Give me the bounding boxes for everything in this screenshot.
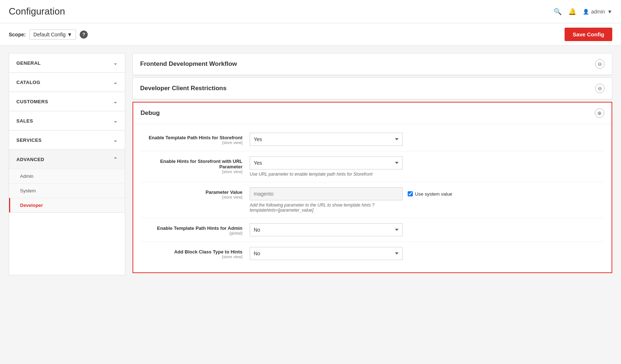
form-control-row: Yes No [250, 133, 604, 146]
chevron-down-icon: ⌄ [113, 99, 118, 104]
sidebar-item-sales-label: SALES [16, 118, 33, 124]
scope-dropdown[interactable]: Default Config ▼ [29, 29, 76, 40]
section-developer-client-title: Developer Client Restrictions [140, 85, 226, 92]
sidebar-item-services-header[interactable]: SERVICES ⌄ [9, 131, 125, 149]
form-control-col: Yes No [250, 133, 604, 146]
parameter-value-input[interactable] [250, 187, 403, 200]
user-icon: 👤 [583, 9, 589, 15]
form-label-col: Enable Template Path Hints for Admin [gl… [141, 223, 250, 235]
hints-url-select[interactable]: Yes No [250, 156, 403, 169]
section-developer-client-header[interactable]: Developer Client Restrictions ⊖ [133, 78, 612, 99]
chevron-down-icon: ⌄ [113, 137, 118, 143]
header-icons: 🔍 🔔 👤 admin ▼ [554, 8, 612, 16]
section-debug-title: Debug [141, 109, 160, 117]
scope-bar: Scope: Default Config ▼ ? Save Config [0, 23, 621, 46]
sidebar-item-customers[interactable]: CUSTOMERS ⌄ [9, 92, 125, 111]
section-debug: Debug ⊕ Enable Template Path Hints for S… [132, 102, 612, 273]
sidebar-item-general-label: GENERAL [16, 60, 41, 66]
form-row-hints-url: Enable Hints for Storefront with URL Par… [141, 151, 604, 182]
form-control-row: No Yes [250, 223, 604, 236]
field-label: Parameter Value [141, 189, 242, 195]
chevron-down-icon: ▼ [67, 32, 72, 37]
chevron-up-icon: ⌃ [113, 156, 118, 162]
field-label: Enable Template Path Hints for Storefron… [141, 135, 242, 140]
field-label: Add Block Class Type to Hints [141, 249, 242, 255]
save-config-button[interactable]: Save Config [565, 28, 612, 41]
section-debug-header[interactable]: Debug ⊕ [133, 103, 612, 124]
search-icon[interactable]: 🔍 [554, 8, 562, 16]
sidebar-item-services-label: SERVICES [16, 137, 42, 143]
sidebar-subitem-developer-label: Developer [20, 203, 43, 208]
field-sub-label: [store view] [141, 169, 242, 174]
sidebar-item-general[interactable]: GENERAL ⌄ [9, 53, 125, 73]
form-control-row: No Yes [250, 247, 604, 260]
field-hint: Use URL parameter to enable template pat… [250, 172, 604, 177]
form-label-col: Parameter Value [store view] [141, 187, 250, 199]
sidebar-item-sales-header[interactable]: SALES ⌄ [9, 111, 125, 130]
form-row-template-hints-admin: Enable Template Path Hints for Admin [gl… [141, 218, 604, 242]
admin-menu[interactable]: 👤 admin ▼ [583, 9, 612, 15]
sidebar-subitem-system-label: System [20, 188, 36, 193]
scope-value: Default Config [33, 32, 66, 37]
use-system-value-checkbox-label[interactable]: Use system value [408, 191, 452, 197]
sidebar-item-customers-label: CUSTOMERS [16, 99, 48, 104]
top-header: Configuration 🔍 🔔 👤 admin ▼ [0, 0, 621, 23]
section-frontend-workflow-header[interactable]: Frontend Development Workflow ⊖ [133, 53, 612, 75]
sidebar-subitem-admin-label: Admin [20, 173, 33, 179]
section-toggle-icon[interactable]: ⊖ [595, 59, 605, 69]
block-class-type-select[interactable]: No Yes [250, 247, 403, 260]
section-frontend-workflow-title: Frontend Development Workflow [140, 60, 237, 68]
form-label-col: Add Block Class Type to Hints [store vie… [141, 247, 250, 259]
form-label-col: Enable Hints for Storefront with URL Par… [141, 156, 250, 174]
use-system-value-label: Use system value [415, 191, 452, 197]
sidebar-item-catalog-label: CATALOG [16, 80, 40, 85]
chevron-down-icon: ▼ [607, 9, 612, 15]
sidebar-item-advanced-header[interactable]: ADVANCED ⌃ [9, 150, 125, 169]
field-sub-label: [store view] [141, 255, 242, 259]
chevron-down-icon: ⌄ [113, 79, 118, 85]
form-control-col: No Yes [250, 247, 604, 260]
sidebar-advanced-submenu: Admin System Developer [9, 169, 125, 212]
sidebar-item-advanced[interactable]: ADVANCED ⌃ Admin System Developer [9, 150, 125, 213]
help-icon[interactable]: ? [80, 31, 88, 39]
section-toggle-icon[interactable]: ⊕ [595, 108, 604, 118]
scope-label: Scope: [9, 32, 26, 37]
field-sub-label: [global] [141, 231, 242, 235]
page-title: Configuration [9, 6, 65, 17]
field-hint: Add the following parameter to the URL t… [250, 203, 604, 213]
form-label-col: Enable Template Path Hints for Storefron… [141, 133, 250, 145]
form-row-block-class-type: Add Block Class Type to Hints [store vie… [141, 242, 604, 265]
use-system-value-checkbox[interactable] [408, 191, 413, 196]
content-area: Frontend Development Workflow ⊖ Develope… [132, 53, 612, 275]
sidebar-item-customers-header[interactable]: CUSTOMERS ⌄ [9, 92, 125, 111]
field-label: Enable Hints for Storefront with URL Par… [141, 159, 242, 169]
form-control-col: Use system value Add the following param… [250, 187, 604, 213]
main-layout: GENERAL ⌄ CATALOG ⌄ CUSTOMERS ⌄ SALES ⌄ [0, 46, 621, 283]
field-sub-label: [store view] [141, 140, 242, 145]
form-row-parameter-value: Parameter Value [store view] Use system … [141, 182, 604, 218]
chevron-down-icon: ⌄ [113, 118, 118, 124]
section-developer-client: Developer Client Restrictions ⊖ [132, 77, 612, 100]
sidebar-item-advanced-label: ADVANCED [16, 157, 44, 162]
sidebar-item-catalog[interactable]: CATALOG ⌄ [9, 73, 125, 92]
debug-form-content: Enable Template Path Hints for Storefron… [133, 124, 612, 272]
form-control-col: Yes No Use URL parameter to enable templ… [250, 156, 604, 177]
form-control-row: Use system value [250, 187, 604, 200]
section-toggle-icon[interactable]: ⊖ [595, 84, 605, 93]
form-control-col: No Yes [250, 223, 604, 236]
sidebar-item-general-header[interactable]: GENERAL ⌄ [9, 53, 125, 72]
sidebar-item-catalog-header[interactable]: CATALOG ⌄ [9, 73, 125, 92]
field-sub-label: [store view] [141, 195, 242, 199]
template-hints-admin-select[interactable]: No Yes [250, 223, 403, 236]
sidebar-item-sales[interactable]: SALES ⌄ [9, 111, 125, 131]
template-hints-storefront-select[interactable]: Yes No [250, 133, 403, 146]
form-row-template-hints-storefront: Enable Template Path Hints for Storefron… [141, 128, 604, 151]
section-frontend-workflow: Frontend Development Workflow ⊖ [132, 53, 612, 75]
sidebar-subitem-admin[interactable]: Admin [9, 169, 125, 183]
sidebar-subitem-developer[interactable]: Developer [9, 198, 125, 212]
admin-label: admin [591, 9, 605, 15]
sidebar-item-services[interactable]: SERVICES ⌄ [9, 131, 125, 150]
field-label: Enable Template Path Hints for Admin [141, 225, 242, 231]
sidebar-subitem-system[interactable]: System [9, 183, 125, 198]
bell-icon[interactable]: 🔔 [568, 8, 576, 16]
